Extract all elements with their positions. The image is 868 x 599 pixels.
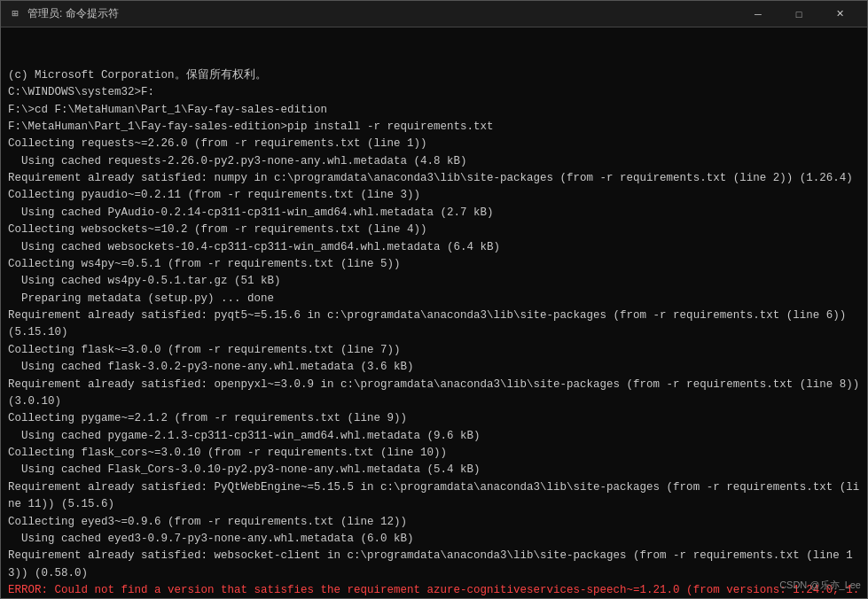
title-bar-text: 管理员: 命令提示符 <box>27 6 738 21</box>
terminal-line: C:\WINDOWS\system32>F: <box>8 84 860 101</box>
cmd-icon: ⊞ <box>8 7 22 21</box>
terminal-line: Collecting flask_cors~=3.0.10 (from -r r… <box>8 445 860 462</box>
terminal-line: Using cached websockets-10.4-cp311-cp311… <box>8 239 860 256</box>
terminal-line: Using cached eyed3-0.9.7-py3-none-any.wh… <box>8 531 860 548</box>
terminal-line: Requirement already satisfied: numpy in … <box>8 170 860 187</box>
terminal-line: Using cached flask-3.0.2-py3-none-any.wh… <box>8 359 860 376</box>
terminal-line: Using cached pygame-2.1.3-cp311-cp311-wi… <box>8 428 860 445</box>
terminal-line: Requirement already satisfied: websocket… <box>8 548 860 582</box>
minimize-button[interactable]: ─ <box>738 1 778 27</box>
terminal-line: ERROR: Could not find a version that sat… <box>8 582 860 598</box>
terminal-line: Requirement already satisfied: pyqt5~=5.… <box>8 307 860 342</box>
close-button[interactable]: ✕ <box>819 1 860 27</box>
terminal-line: (c) Microsoft Corporation。保留所有权利。 <box>8 67 860 84</box>
terminal-line: Collecting requests~=2.26.0 (from -r req… <box>8 136 860 152</box>
terminal-line: F:\>cd F:\MetaHuman\Part_1\Fay-fay-sales… <box>8 102 860 119</box>
terminal-line: Requirement already satisfied: PyQtWebEn… <box>8 479 860 514</box>
maximize-button[interactable]: □ <box>778 1 819 27</box>
terminal-line: Preparing metadata (setup.py) ... done <box>8 291 860 307</box>
terminal-output[interactable]: (c) Microsoft Corporation。保留所有权利。C:\WIND… <box>1 27 867 598</box>
terminal-line: Using cached requests-2.26.0-py2.py3-non… <box>8 153 860 170</box>
title-bar: ⊞ 管理员: 命令提示符 ─ □ ✕ <box>1 1 867 27</box>
terminal-line: Collecting websockets~=10.2 (from -r req… <box>8 222 860 238</box>
watermark: CSDN @乐亦_Lee <box>779 579 861 592</box>
terminal-line: Collecting flask~=3.0.0 (from -r require… <box>8 342 860 359</box>
terminal-line: F:\MetaHuman\Part_1\Fay-fay-sales-editio… <box>8 119 860 136</box>
window-controls: ─ □ ✕ <box>738 1 860 27</box>
terminal-line: Requirement already satisfied: openpyxl~… <box>8 377 860 411</box>
terminal-line: Collecting pyaudio~=0.2.11 (from -r requ… <box>8 187 860 204</box>
terminal-line: Collecting eyed3~=0.9.6 (from -r require… <box>8 514 860 531</box>
terminal-line: Using cached Flask_Cors-3.0.10-py2.py3-n… <box>8 462 860 478</box>
terminal-line: Using cached PyAudio-0.2.14-cp311-cp311-… <box>8 205 860 222</box>
terminal-line: Using cached ws4py-0.5.1.tar.gz (51 kB) <box>8 273 860 290</box>
terminal-line: Collecting ws4py~=0.5.1 (from -r require… <box>8 256 860 273</box>
terminal-line: Collecting pygame~=2.1.2 (from -r requir… <box>8 410 860 427</box>
cmd-window: ⊞ 管理员: 命令提示符 ─ □ ✕ (c) Microsoft Corpora… <box>0 0 868 599</box>
